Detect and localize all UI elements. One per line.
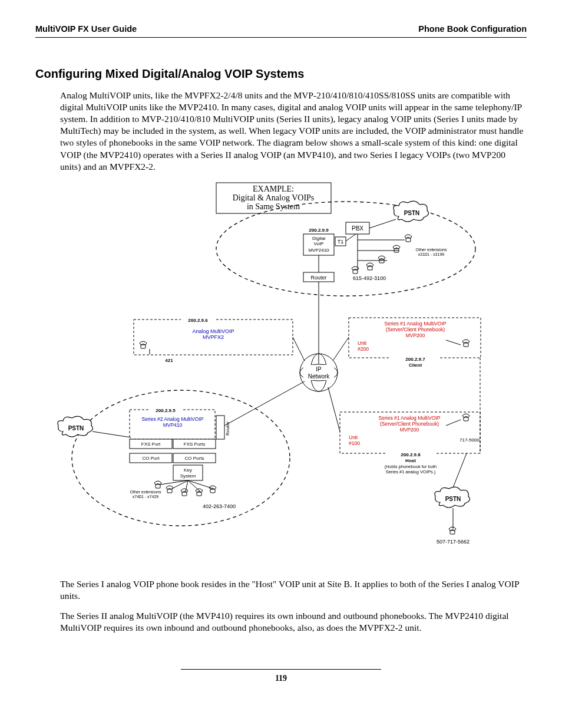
svg-text:(Server/Client Phonebook): (Server/Client Phonebook) [380, 421, 439, 427]
svg-text:Series #1 analog VOIPs.): Series #1 analog VOIPs.) [386, 469, 436, 475]
svg-text:Series #1 Analog MultiVOIP: Series #1 Analog MultiVOIP [379, 415, 441, 421]
svg-text:FXS Ports: FXS Ports [184, 442, 205, 447]
svg-text:PSTN: PSTN [445, 496, 461, 502]
svg-text:Series #1 Analog MultiVOIP: Series #1 Analog MultiVOIP [385, 321, 447, 327]
svg-text:MVP410: MVP410 [163, 422, 183, 428]
paragraph-2: The Series I analog VOIP phone book resi… [60, 578, 527, 602]
svg-text:402-263-7400: 402-263-7400 [203, 503, 236, 509]
svg-text:Client: Client [409, 363, 422, 368]
svg-text:200.2.9.8: 200.2.9.8 [401, 452, 421, 457]
svg-line-56 [92, 431, 131, 437]
svg-line-53 [446, 340, 461, 345]
svg-text:Other extensions: Other extensions [416, 248, 447, 252]
svg-text:(Holds phonebook for both: (Holds phonebook for both [385, 464, 437, 469]
svg-line-41 [293, 337, 305, 361]
svg-line-79 [188, 480, 200, 492]
svg-text:Key: Key [184, 467, 192, 473]
svg-line-100 [453, 453, 467, 487]
svg-text:IP: IP [316, 366, 322, 373]
svg-text:#200: #200 [358, 346, 369, 352]
svg-text:MVP200: MVP200 [406, 332, 425, 338]
svg-text:CO Ports: CO Ports [185, 456, 204, 461]
svg-line-7 [369, 219, 396, 228]
network-diagram: EXAMPLE: Digital & Analog VOIPs in Same … [35, 181, 527, 564]
paragraph-3: The Series II analog MultiVOIP (the MVP4… [60, 610, 527, 634]
svg-text:PBX: PBX [352, 225, 363, 232]
svg-rect-62 [216, 416, 224, 439]
svg-text:x7401 - x7429: x7401 - x7429 [133, 495, 158, 499]
svg-text:System: System [180, 473, 196, 479]
svg-text:FXS Port: FXS Port [141, 442, 161, 447]
svg-text:717-5000: 717-5000 [459, 437, 480, 443]
svg-line-52 [333, 337, 349, 361]
svg-text:200.2.9.9: 200.2.9.9 [309, 228, 329, 233]
paragraph-1: Analog MultiVOIP units, like the MVPFX2-… [60, 90, 527, 173]
svg-text:VoIP: VoIP [314, 241, 324, 246]
svg-text:200.2.9.6: 200.2.9.6 [188, 318, 208, 323]
svg-text:Unit: Unit [349, 434, 358, 440]
svg-text:MVPFX2: MVPFX2 [203, 334, 224, 340]
svg-text:Digital & Analog VOIPs: Digital & Analog VOIPs [233, 193, 315, 202]
svg-text:507-717-5662: 507-717-5662 [437, 539, 470, 545]
svg-text:Router: Router [225, 421, 230, 435]
svg-text:T1: T1 [338, 239, 344, 245]
section-heading: Configuring Mixed Digital/Analog VOIP Sy… [35, 66, 527, 81]
svg-text:PSTN: PSTN [404, 210, 420, 216]
svg-text:200.2.9.5: 200.2.9.5 [156, 408, 176, 413]
svg-text:615-492-3100: 615-492-3100 [353, 275, 386, 281]
svg-text:Host: Host [405, 458, 416, 463]
svg-text:MVP200: MVP200 [400, 427, 419, 433]
svg-text:x3101 - x3199: x3101 - x3199 [418, 252, 444, 256]
page-number: 119 [181, 669, 381, 684]
svg-text:200.2.9.7: 200.2.9.7 [405, 357, 425, 362]
svg-text:Digital: Digital [312, 236, 325, 241]
svg-text:PSTN: PSTN [68, 425, 84, 431]
svg-text:Unit: Unit [358, 340, 367, 346]
svg-text:(Server/Client Phonebook): (Server/Client Phonebook) [386, 327, 445, 332]
svg-text:421: 421 [165, 358, 173, 363]
header-right: Phone Book Configuration [418, 24, 527, 35]
svg-line-90 [446, 420, 461, 426]
header-left: MultiVOIP FX User Guide [35, 24, 137, 35]
svg-text:Router: Router [310, 275, 326, 281]
svg-text:Network: Network [308, 373, 330, 380]
svg-line-80 [188, 480, 213, 489]
svg-text:Other extensions: Other extensions [130, 490, 161, 494]
svg-text:MVP2410: MVP2410 [308, 248, 329, 253]
svg-text:#100: #100 [349, 440, 360, 446]
svg-text:Series #2 Analog MultiVOIP: Series #2 Analog MultiVOIP [142, 416, 204, 422]
svg-line-17 [346, 234, 356, 241]
svg-text:EXAMPLE:: EXAMPLE: [253, 185, 294, 193]
svg-line-64 [224, 381, 305, 426]
svg-line-97 [328, 387, 340, 431]
svg-text:CO Port: CO Port [143, 456, 160, 461]
svg-text:Analog MultiVOIP: Analog MultiVOIP [192, 328, 234, 334]
